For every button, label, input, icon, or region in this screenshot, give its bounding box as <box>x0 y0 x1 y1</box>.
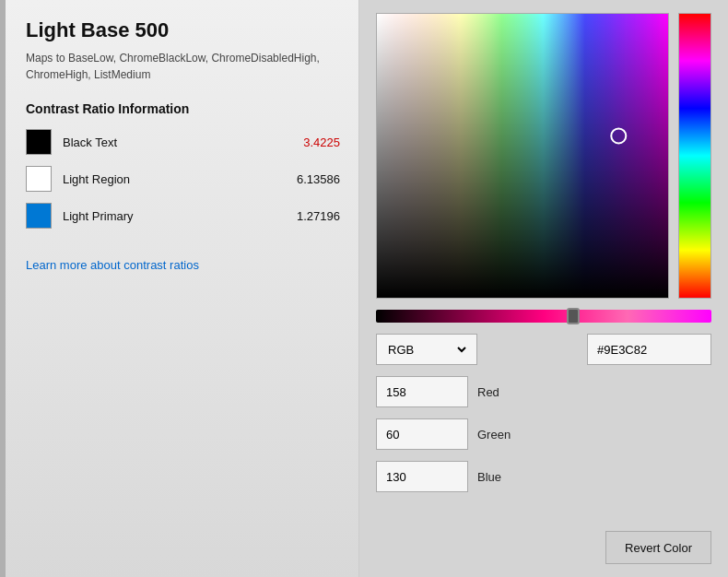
light-primary-value: 1.27196 <box>297 209 340 223</box>
light-primary-label: Light Primary <box>63 209 297 223</box>
light-primary-swatch <box>26 203 52 229</box>
svg-rect-2 <box>377 14 668 298</box>
mode-hex-row: RGB HSV HSL HEX <box>376 334 711 365</box>
hex-input[interactable] <box>587 334 711 365</box>
hue-slider-track[interactable] <box>376 310 711 323</box>
color-gradient-picker[interactable] <box>376 13 669 299</box>
left-accent-bar <box>0 0 6 577</box>
contrast-row-light-primary: Light Primary 1.27196 <box>26 203 340 229</box>
hue-slider-row <box>376 310 711 323</box>
right-panel: RGB HSV HSL HEX Red Green Blue Revert Co… <box>359 0 728 577</box>
black-text-label: Black Text <box>63 135 303 149</box>
revert-color-button[interactable]: Revert Color <box>605 531 711 564</box>
hue-strip[interactable] <box>678 13 711 299</box>
blue-input[interactable] <box>376 461 468 492</box>
black-text-value: 3.4225 <box>303 135 340 149</box>
bottom-row: Revert Color <box>376 531 711 564</box>
picker-area <box>376 13 711 299</box>
contrast-row-black: Black Text 3.4225 <box>26 129 340 155</box>
color-maps-text: Maps to BaseLow, ChromeBlackLow, ChromeD… <box>26 50 340 83</box>
learn-more-link[interactable]: Learn more about contrast ratios <box>26 258 199 272</box>
green-input[interactable] <box>376 418 468 450</box>
contrast-heading: Contrast Ratio Information <box>26 101 340 116</box>
contrast-row-light-region: Light Region 6.13586 <box>26 166 340 192</box>
mode-select[interactable]: RGB HSV HSL HEX <box>384 335 469 364</box>
green-label: Green <box>477 428 514 442</box>
red-label: Red <box>477 385 514 399</box>
light-region-swatch <box>26 166 52 192</box>
red-row: Red <box>376 376 711 407</box>
color-title: Light Base 500 <box>26 18 340 42</box>
mode-select-wrapper[interactable]: RGB HSV HSL HEX <box>376 334 477 365</box>
red-input[interactable] <box>376 376 468 407</box>
left-panel: Light Base 500 Maps to BaseLow, ChromeBl… <box>0 0 359 577</box>
black-text-swatch <box>26 129 52 155</box>
light-region-label: Light Region <box>63 172 297 186</box>
blue-row: Blue <box>376 461 711 492</box>
green-row: Green <box>376 418 711 450</box>
light-region-value: 6.13586 <box>297 172 340 186</box>
blue-label: Blue <box>477 470 514 484</box>
hue-slider-thumb[interactable] <box>567 308 580 324</box>
hex-input-wrapper <box>587 334 711 365</box>
